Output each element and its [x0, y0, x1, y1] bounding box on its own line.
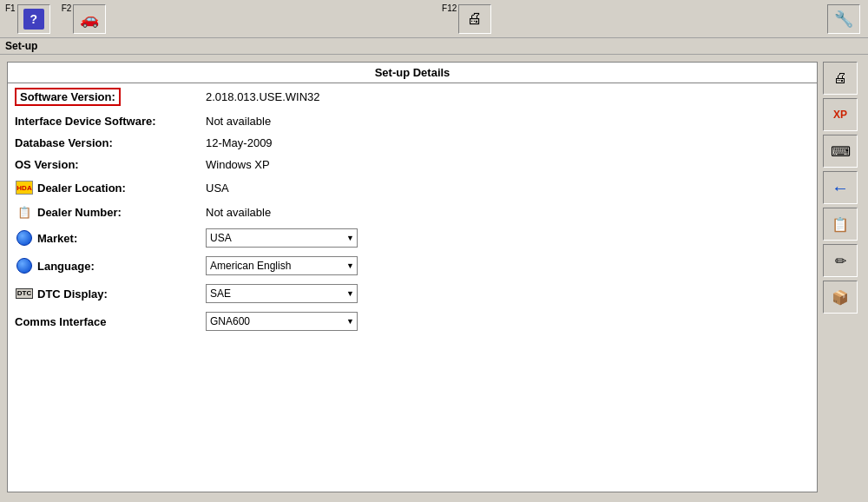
scan-icon: 📋	[832, 216, 849, 233]
module-icon: 📦	[832, 289, 849, 306]
label-cell: Database Version:	[15, 136, 192, 149]
keyboard-icon: ⌨	[831, 143, 851, 160]
f2-car-button[interactable]: 🚗	[73, 4, 106, 34]
market-label: Market:	[37, 232, 77, 245]
dtc-display-label: DTC Display:	[37, 287, 108, 301]
market-cell: USA Europe Japan Other	[199, 224, 817, 252]
dealer-location-value: USA	[199, 175, 817, 200]
setup-panel: Set-up Details Software Version: 2.018.0…	[7, 62, 818, 492]
table-row: HDA Dealer Location: USA	[8, 175, 817, 200]
label-cell: Interface Device Software:	[15, 115, 192, 128]
db-version-label: Database Version:	[15, 136, 113, 149]
comms-select[interactable]: GNA600 GNA700 Serial	[206, 312, 358, 331]
label-cell: HDA Dealer Location:	[15, 180, 192, 195]
table-row: 📋 Dealer Number: Not available	[8, 200, 817, 224]
label-cell: DTC DTC Display:	[15, 286, 192, 301]
dtc-icon: DTC	[15, 286, 34, 301]
label-cell: Market:	[15, 230, 192, 246]
right-sidebar: 🖨 XP ⌨ ← 📋 ✏ 📦	[823, 62, 861, 492]
printer-icon: 🖨	[833, 70, 847, 86]
f1-help-button[interactable]: ?	[17, 4, 50, 34]
software-version-label: Software Version:	[15, 88, 121, 106]
table-row: Database Version: 12-May-2009	[8, 132, 817, 154]
comms-cell: GNA600 GNA700 Serial	[199, 307, 817, 335]
edit-icon: ✏	[835, 253, 846, 269]
dealer-location-icon: HDA	[15, 180, 34, 195]
software-version-value: 2.018.013.USE.WIN32	[199, 83, 817, 110]
label-cell: Language:	[15, 258, 192, 274]
back-arrow-icon: ←	[832, 178, 849, 198]
dealer-location-label: Dealer Location:	[37, 182, 126, 195]
language-select-wrapper: American English British English French …	[206, 256, 358, 275]
os-version-value: Windows XP	[199, 154, 817, 175]
help-icon: ?	[23, 9, 44, 30]
table-row: Language: American English British Engli…	[8, 252, 817, 280]
breadcrumb-label: Set-up	[5, 40, 37, 52]
toolbar: F1 ? F2 🚗 F12 🖨 🔧	[0, 0, 868, 38]
interface-label: Interface Device Software:	[15, 115, 156, 128]
table-row: Software Version: 2.018.013.USE.WIN32	[8, 83, 817, 110]
dealer-number-label: Dealer Number:	[37, 206, 122, 219]
panel-title: Set-up Details	[8, 63, 817, 83]
label-cell: Comms Interface	[15, 315, 192, 328]
language-cell: American English British English French …	[199, 252, 817, 280]
f1-label: F1	[5, 4, 16, 13]
table-row: DTC DTC Display: SAE Honda ISO	[8, 280, 817, 307]
f12-print-button[interactable]: 🖨	[458, 4, 491, 34]
comms-interface-label: Comms Interface	[15, 315, 106, 328]
car-icon: 🚗	[80, 10, 99, 29]
dealer-number-value: Not available	[199, 200, 817, 224]
comms-select-wrapper: GNA600 GNA700 Serial	[206, 312, 358, 331]
sidebar-module-button[interactable]: 📦	[823, 281, 858, 314]
label-cell: Software Version:	[15, 88, 192, 106]
breadcrumb: Set-up	[0, 38, 868, 55]
market-select-wrapper: USA Europe Japan Other	[206, 228, 358, 248]
screwdriver-button[interactable]: 🔧	[827, 4, 860, 34]
table-row: Interface Device Software: Not available	[8, 110, 817, 132]
info-table: Software Version: 2.018.013.USE.WIN32 In…	[8, 83, 817, 335]
sidebar-print-button[interactable]: 🖨	[823, 62, 858, 95]
f1-group: F1 ?	[5, 4, 53, 34]
table-row: Comms Interface GNA600 GNA700 Serial	[8, 307, 817, 335]
table-row: Market: USA Europe Japan Other	[8, 224, 817, 252]
globe-icon-2	[15, 258, 34, 274]
sidebar-keyboard-button[interactable]: ⌨	[823, 135, 858, 168]
f2-label: F2	[62, 4, 72, 13]
dtc-select[interactable]: SAE Honda ISO	[206, 284, 358, 303]
f12-group: F12 🖨	[442, 4, 494, 34]
winxp-icon: XP	[833, 109, 847, 121]
sidebar-scan-button[interactable]: 📋	[823, 208, 858, 241]
f2-group: F2 🚗	[62, 4, 109, 34]
label-cell: 📋 Dealer Number:	[15, 204, 192, 220]
sidebar-back-button[interactable]: ←	[823, 171, 858, 204]
interface-value: Not available	[199, 110, 817, 132]
sidebar-winxp-button[interactable]: XP	[823, 98, 858, 131]
os-version-label: OS Version:	[15, 158, 79, 171]
clipboard-icon: 📋	[15, 204, 34, 220]
label-cell: OS Version:	[15, 158, 192, 171]
dtc-select-wrapper: SAE Honda ISO	[206, 284, 358, 303]
language-label: Language:	[37, 260, 95, 273]
f12-label: F12	[442, 4, 457, 13]
main-content: Set-up Details Software Version: 2.018.0…	[0, 55, 868, 499]
screwdriver-icon: 🔧	[834, 10, 853, 29]
language-select[interactable]: American English British English French …	[206, 256, 358, 275]
db-version-value: 12-May-2009	[199, 132, 817, 154]
table-row: OS Version: Windows XP	[8, 154, 817, 175]
market-select[interactable]: USA Europe Japan Other	[206, 228, 358, 248]
sidebar-edit-button[interactable]: ✏	[823, 244, 858, 277]
print-icon: 🖨	[467, 10, 483, 28]
globe-icon	[15, 230, 34, 246]
dtc-cell: SAE Honda ISO	[199, 280, 817, 307]
